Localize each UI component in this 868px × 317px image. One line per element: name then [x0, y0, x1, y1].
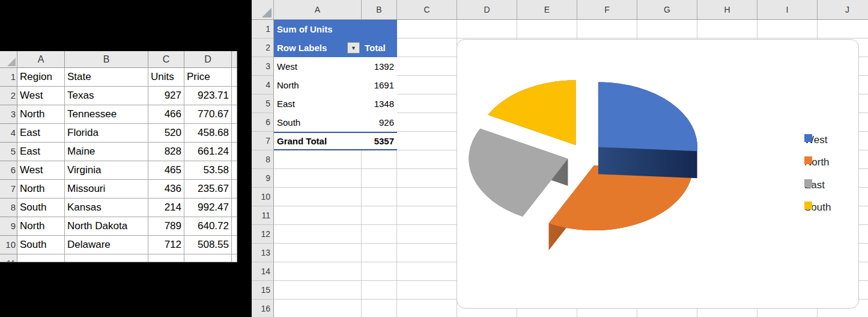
pivot-row-value[interactable]: 1691	[362, 80, 397, 90]
pie-slice-north[interactable]	[549, 165, 693, 257]
row-header[interactable]: 1	[252, 20, 274, 38]
table-cell[interactable]: 465	[148, 161, 184, 180]
column-header[interactable]: B	[65, 51, 148, 68]
table-cell[interactable]: 214	[148, 199, 184, 217]
table-cell[interactable]: 520	[148, 124, 184, 143]
legend-item-west[interactable]: West	[804, 134, 827, 146]
table-cell[interactable]: South	[17, 199, 65, 217]
grand-total-label[interactable]: Grand Total	[274, 136, 362, 146]
pivot-row-label[interactable]: South	[274, 117, 362, 128]
table-cell[interactable]: North	[17, 105, 65, 124]
table-cell[interactable]: Tennessee	[65, 105, 148, 124]
row-header[interactable]: 9	[252, 169, 274, 188]
select-all-corner[interactable]	[0, 51, 17, 68]
table-cell[interactable]: Texas	[65, 87, 148, 105]
column-header[interactable]: C	[397, 0, 457, 20]
table-cell[interactable]: State	[65, 68, 148, 87]
row-header[interactable]: 10	[252, 188, 274, 206]
row-header[interactable]: 7	[0, 180, 17, 199]
select-all-corner[interactable]	[252, 0, 274, 20]
row-header[interactable]: 10	[0, 236, 17, 254]
row-header[interactable]: 5	[0, 143, 17, 161]
column-header[interactable]: G	[637, 0, 697, 20]
table-cell[interactable]: 508.55	[184, 236, 232, 254]
table-cell[interactable]: 436	[148, 180, 184, 199]
row-header[interactable]: 4	[252, 76, 274, 94]
row-header[interactable]: 5	[252, 94, 274, 113]
table-cell[interactable]: East	[17, 143, 65, 161]
pie-chart-frame[interactable]: West North East South	[457, 39, 859, 309]
pie-slice-west[interactable]	[598, 82, 697, 179]
column-header[interactable]: A	[17, 51, 65, 68]
row-header[interactable]: 11	[252, 206, 274, 225]
filter-dropdown-button[interactable]: ▼	[347, 42, 360, 54]
table-cell[interactable]: 927	[148, 87, 184, 105]
column-header[interactable]: A	[274, 0, 362, 20]
column-header[interactable]: H	[697, 0, 757, 20]
row-header[interactable]: 13	[252, 244, 274, 262]
pivot-row-label[interactable]: West	[274, 61, 362, 72]
pivot-title-cell[interactable]: Sum of Units	[274, 20, 397, 38]
legend-item-north[interactable]: North	[804, 156, 830, 168]
table-cell[interactable]: 458.68	[184, 124, 232, 143]
row-header[interactable]: 2	[252, 38, 274, 57]
row-header[interactable]: 14	[252, 262, 274, 281]
table-cell[interactable]: North Dakota	[65, 217, 148, 236]
legend-item-east[interactable]: East	[804, 179, 825, 191]
row-header[interactable]: 12	[252, 225, 274, 244]
grand-total-value[interactable]: 5357	[362, 136, 397, 146]
table-cell[interactable]: Region	[17, 68, 65, 87]
table-cell[interactable]: Delaware	[65, 236, 148, 254]
table-cell[interactable]: 828	[148, 143, 184, 161]
table-cell[interactable]: Maine	[65, 143, 148, 161]
table-cell[interactable]: Units	[148, 68, 184, 87]
pivot-row-value[interactable]: 1348	[362, 99, 397, 109]
row-header[interactable]: 2	[0, 87, 17, 105]
table-cell[interactable]: 923.71	[184, 87, 232, 105]
table-cell[interactable]: 770.67	[184, 105, 232, 124]
row-header[interactable]: 11	[0, 254, 17, 262]
column-header[interactable]: D	[184, 51, 232, 68]
column-header[interactable]: D	[457, 0, 517, 20]
table-cell[interactable]: 992.47	[184, 199, 232, 217]
legend-item-south[interactable]: South	[804, 202, 831, 214]
pivot-row-value[interactable]: 1392	[362, 61, 397, 72]
table-cell[interactable]: 640.72	[184, 217, 232, 236]
pivot-row-label[interactable]: North	[274, 80, 362, 90]
row-header[interactable]: 1	[0, 68, 17, 87]
table-cell[interactable]: South	[17, 236, 65, 254]
column-header[interactable]: I	[757, 0, 818, 20]
table-cell[interactable]: Price	[184, 68, 232, 87]
row-header[interactable]: 9	[0, 217, 17, 236]
table-cell[interactable]: 53.58	[184, 161, 232, 180]
table-cell[interactable]: 661.24	[184, 143, 232, 161]
table-cell[interactable]: West	[17, 87, 65, 105]
column-header[interactable]: B	[362, 0, 397, 20]
row-header[interactable]: 15	[252, 281, 274, 300]
column-header[interactable]: C	[148, 51, 184, 68]
table-cell[interactable]: Missouri	[65, 180, 148, 199]
table-cell[interactable]: Kansas	[65, 199, 148, 217]
table-cell[interactable]: Virginia	[65, 161, 148, 180]
row-header[interactable]: 8	[252, 150, 274, 169]
table-cell[interactable]: North	[17, 217, 65, 236]
table-cell[interactable]: 235.67	[184, 180, 232, 199]
row-labels-header-cell[interactable]: Row Labels ▼	[274, 42, 362, 54]
table-cell[interactable]: Florida	[65, 124, 148, 143]
pivot-row-label[interactable]: East	[274, 99, 362, 109]
pivot-row-value[interactable]: 926	[362, 117, 397, 128]
row-header[interactable]: 6	[252, 113, 274, 132]
table-cell[interactable]: 466	[148, 105, 184, 124]
row-header[interactable]: 16	[252, 300, 274, 317]
row-header[interactable]: 3	[0, 105, 17, 124]
row-header[interactable]: 4	[0, 124, 17, 143]
table-cell[interactable]: 789	[148, 217, 184, 236]
total-header-cell[interactable]: Total	[362, 43, 397, 53]
column-header[interactable]: E	[517, 0, 577, 20]
row-header[interactable]: 7	[252, 132, 274, 150]
table-cell[interactable]: North	[17, 180, 65, 199]
row-header[interactable]: 8	[0, 199, 17, 217]
column-header[interactable]: J	[818, 0, 868, 20]
table-cell[interactable]: 712	[148, 236, 184, 254]
table-cell[interactable]: East	[17, 124, 65, 143]
